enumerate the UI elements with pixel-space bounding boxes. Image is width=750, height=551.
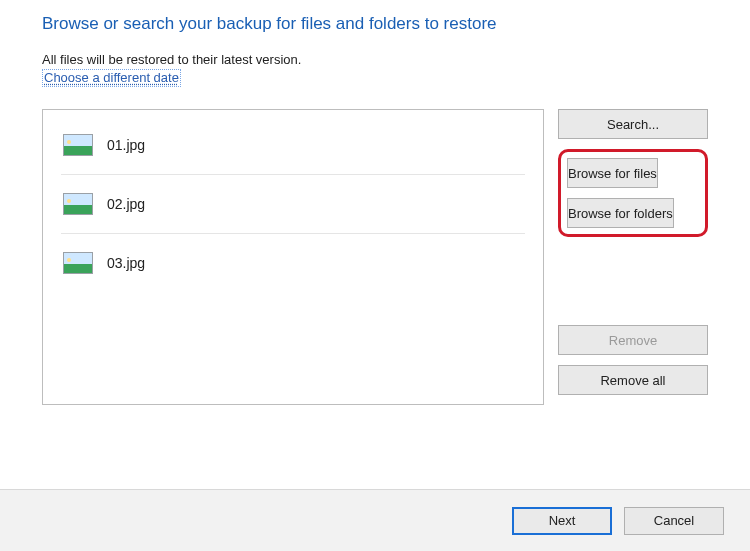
file-name: 01.jpg (107, 137, 145, 153)
highlight-annotation: Browse for files Browse for folders (558, 149, 708, 237)
action-sidebar: Search... Browse for files Browse for fo… (558, 109, 708, 405)
page-title: Browse or search your backup for files a… (42, 14, 708, 34)
cancel-button[interactable]: Cancel (624, 507, 724, 535)
image-file-icon (63, 252, 93, 274)
remove-all-button[interactable]: Remove all (558, 365, 708, 395)
choose-date-link[interactable]: Choose a different date (42, 69, 181, 87)
file-list-panel: 01.jpg 02.jpg 03.jpg (42, 109, 544, 405)
file-name: 03.jpg (107, 255, 145, 271)
search-button[interactable]: Search... (558, 109, 708, 139)
file-name: 02.jpg (107, 196, 145, 212)
file-row[interactable]: 01.jpg (61, 130, 525, 166)
row-separator (61, 233, 525, 234)
image-file-icon (63, 193, 93, 215)
next-button[interactable]: Next (512, 507, 612, 535)
browse-folders-button[interactable]: Browse for folders (567, 198, 674, 228)
browse-files-button[interactable]: Browse for files (567, 158, 658, 188)
restore-version-note: All files will be restored to their late… (42, 52, 708, 67)
dialog-footer: Next Cancel (0, 489, 750, 551)
image-file-icon (63, 134, 93, 156)
file-row[interactable]: 02.jpg (61, 189, 525, 225)
file-row[interactable]: 03.jpg (61, 248, 525, 284)
remove-button: Remove (558, 325, 708, 355)
row-separator (61, 174, 525, 175)
